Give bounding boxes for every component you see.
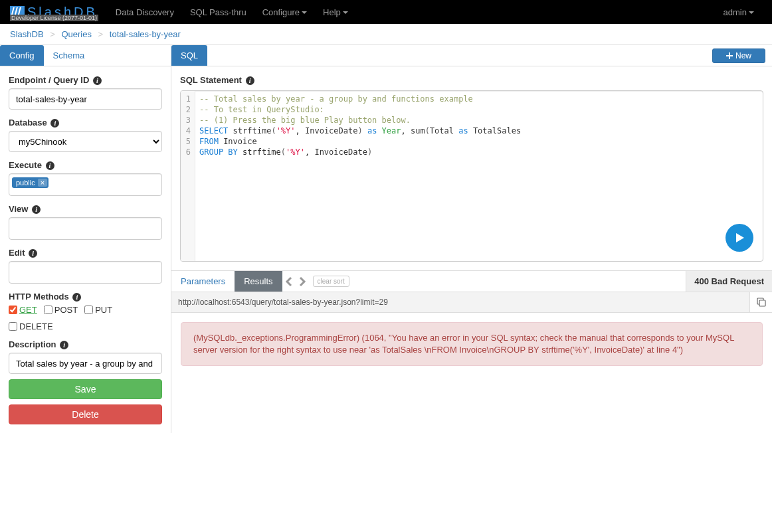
license-badge: Developer License (2077-01-01) xyxy=(10,15,98,21)
breadcrumb-root[interactable]: SlashDB xyxy=(10,29,44,39)
plus-icon xyxy=(726,52,733,59)
svg-rect-0 xyxy=(759,300,765,306)
tab-config[interactable]: Config xyxy=(0,45,44,66)
user-menu[interactable]: admin xyxy=(716,2,762,23)
url-input[interactable] xyxy=(171,292,749,312)
info-icon[interactable]: i xyxy=(46,161,54,170)
play-button[interactable] xyxy=(725,224,753,252)
http-methods-group: GET POST PUT DELETE xyxy=(9,305,162,331)
database-label: Database i xyxy=(9,118,162,128)
info-icon[interactable]: i xyxy=(50,119,59,128)
delete-button[interactable]: Delete xyxy=(9,404,162,424)
chevron-right-icon xyxy=(298,276,307,288)
description-input[interactable] xyxy=(9,353,162,374)
play-icon xyxy=(733,231,746,244)
caret-icon xyxy=(302,11,307,14)
tab-results[interactable]: Results xyxy=(235,271,282,292)
info-icon[interactable]: i xyxy=(29,249,37,258)
sql-statement-label: SQL Statement i xyxy=(180,75,763,85)
tag-remove-icon[interactable]: × xyxy=(38,179,47,187)
nav-help[interactable]: Help xyxy=(315,2,356,23)
http-methods-label: HTTP Methods i xyxy=(9,292,162,302)
info-icon[interactable]: i xyxy=(72,293,81,302)
prev-button[interactable] xyxy=(283,274,295,290)
editor-code[interactable]: -- Total sales by year - a group by and … xyxy=(195,91,525,261)
http-put[interactable]: PUT xyxy=(84,305,112,315)
tab-schema[interactable]: Schema xyxy=(44,45,94,66)
save-button[interactable]: Save xyxy=(9,379,162,399)
status-badge: 400 Bad Request xyxy=(686,271,772,292)
http-post[interactable]: POST xyxy=(44,305,78,315)
endpoint-label: Endpoint / Query ID i xyxy=(9,75,162,85)
breadcrumb-current[interactable]: total-sales-by-year xyxy=(110,29,181,39)
copy-button[interactable] xyxy=(749,292,772,312)
endpoint-input[interactable] xyxy=(9,88,162,110)
new-button[interactable]: New xyxy=(712,48,765,63)
edit-label: Edit i xyxy=(9,248,162,258)
result-tabs: Parameters Results clear sort 400 Bad Re… xyxy=(171,270,772,292)
top-navbar: SlashDB Developer License (2077-01-01) D… xyxy=(0,0,772,24)
view-label: View i xyxy=(9,204,162,214)
breadcrumb-queries[interactable]: Queries xyxy=(61,29,92,39)
info-icon[interactable]: i xyxy=(60,341,68,349)
execute-label: Execute i xyxy=(9,160,162,170)
chevron-left-icon xyxy=(284,276,294,288)
sidebar: Config Schema Endpoint / Query ID i Data… xyxy=(0,45,171,433)
http-delete[interactable]: DELETE xyxy=(9,321,53,331)
nav-configure[interactable]: Configure xyxy=(254,2,315,23)
edit-field[interactable] xyxy=(9,261,162,284)
clear-sort-button[interactable]: clear sort xyxy=(313,276,349,287)
sql-editor[interactable]: 123456 -- Total sales by year - a group … xyxy=(180,90,763,262)
http-get[interactable]: GET xyxy=(9,305,37,315)
nav-sql-passthru[interactable]: SQL Pass-thru xyxy=(182,2,254,23)
brand[interactable]: SlashDB Developer License (2077-01-01) xyxy=(10,5,98,20)
content: SQL New SQL Statement i 123456 -- Total … xyxy=(171,45,772,433)
tab-sql[interactable]: SQL xyxy=(171,45,207,66)
info-icon[interactable]: i xyxy=(93,76,102,85)
caret-icon xyxy=(343,11,348,14)
view-field[interactable] xyxy=(9,217,162,240)
editor-gutter: 123456 xyxy=(181,91,195,261)
tab-parameters[interactable]: Parameters xyxy=(171,271,235,292)
content-tabs: SQL New xyxy=(171,45,772,66)
nav-links: Data Discovery SQL Pass-thru Configure H… xyxy=(108,2,356,23)
error-message: (MySQLdb._exceptions.ProgrammingError) (… xyxy=(181,322,763,366)
info-icon[interactable]: i xyxy=(32,205,41,214)
sidebar-tabs: Config Schema xyxy=(0,45,171,66)
execute-field[interactable]: public× xyxy=(9,173,162,196)
url-row xyxy=(171,292,772,313)
database-select[interactable]: my5Chinook xyxy=(9,131,162,152)
nav-user: admin xyxy=(716,2,762,23)
info-icon[interactable]: i xyxy=(246,76,254,85)
nav-data-discovery[interactable]: Data Discovery xyxy=(108,2,182,23)
copy-icon xyxy=(757,298,766,307)
caret-icon xyxy=(749,11,754,14)
next-button[interactable] xyxy=(296,274,308,290)
execute-tag: public× xyxy=(12,177,48,188)
breadcrumb: SlashDB > Queries > total-sales-by-year xyxy=(0,24,772,44)
description-label: Description i xyxy=(9,339,162,349)
